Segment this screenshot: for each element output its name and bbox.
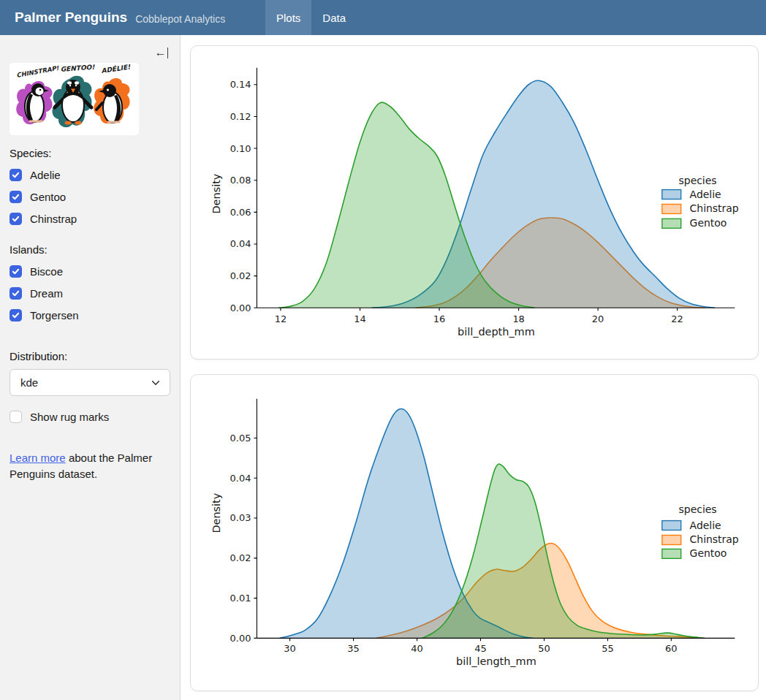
distribution-label: Distribution:: [10, 350, 170, 362]
checkbox-checked-icon: [10, 213, 22, 225]
brand: Palmer Penguins Cobblepot Analytics: [0, 0, 265, 35]
svg-text:0.04: 0.04: [230, 239, 251, 250]
distribution-select[interactable]: kde: [10, 369, 170, 396]
chevron-down-icon: [151, 378, 161, 388]
show-rug-marks-checkbox[interactable]: Show rug marks: [10, 410, 170, 423]
checkbox-label: Torgersen: [30, 309, 79, 322]
legend-swatch-adelie: [662, 190, 681, 199]
legend-label-chinstrap: Chinstrap: [690, 202, 739, 214]
y-axis-label: Density: [211, 492, 222, 533]
checkbox-unchecked-icon: [10, 411, 22, 423]
species-checkbox-group: AdelieGentooChinstrap: [10, 168, 170, 225]
distribution-selected-value: kde: [20, 376, 38, 389]
legend-label-adelie: Adelie: [690, 520, 721, 531]
svg-text:0.06: 0.06: [230, 207, 251, 218]
bill-length-density-chart: 303540455055600.000.010.020.030.040.05bi…: [191, 375, 758, 691]
svg-text:0.14: 0.14: [230, 79, 251, 90]
checkbox-label: Gentoo: [30, 191, 66, 203]
svg-text:0.03: 0.03: [230, 512, 251, 523]
penguins-artwork-image: CHINSTRAP! GENTOO! ADÉLIE!: [10, 63, 139, 135]
checkbox-label: Adelie: [30, 169, 61, 181]
svg-text:40: 40: [411, 643, 422, 654]
legend-title: species: [679, 503, 717, 515]
show-rug-marks-label: Show rug marks: [30, 411, 109, 423]
svg-text:35: 35: [347, 643, 359, 654]
checkbox-checked-icon: [10, 169, 22, 181]
y-axis-label: Density: [211, 173, 222, 213]
svg-text:60: 60: [665, 643, 677, 654]
svg-text:30: 30: [284, 643, 295, 654]
svg-text:50: 50: [538, 643, 550, 654]
tab-plots[interactable]: Plots: [265, 0, 311, 35]
svg-text:45: 45: [474, 643, 486, 654]
checkbox-biscoe[interactable]: Biscoe: [10, 265, 170, 278]
legend-swatch-adelie: [662, 521, 681, 530]
svg-text:55: 55: [602, 643, 613, 654]
penguins-artwork: CHINSTRAP! GENTOO! ADÉLIE!: [10, 63, 170, 135]
svg-text:0.04: 0.04: [230, 473, 251, 484]
checkbox-dream[interactable]: Dream: [10, 286, 170, 300]
svg-text:20: 20: [592, 313, 604, 324]
checkbox-checked-icon: [10, 265, 22, 278]
svg-text:0.08: 0.08: [230, 175, 251, 186]
svg-text:0.00: 0.00: [230, 303, 251, 313]
svg-text:16: 16: [433, 313, 445, 324]
islands-filter-label: Islands:: [10, 243, 170, 256]
main-content: 1214161820220.000.020.040.060.080.100.12…: [181, 35, 766, 700]
svg-text:0.02: 0.02: [230, 270, 251, 281]
navbar: Palmer Penguins Cobblepot Analytics Plot…: [0, 0, 766, 35]
legend-title: species: [679, 175, 717, 186]
nav-tabs: PlotsData: [265, 0, 357, 35]
chart-legend: speciesAdelieChinstrapGentoo: [662, 175, 739, 229]
footer-note: Learn more about the Palmer Penguins dat…: [10, 450, 169, 482]
svg-text:0.02: 0.02: [230, 552, 251, 563]
svg-text:0.00: 0.00: [230, 633, 251, 644]
checkbox-chinstrap[interactable]: Chinstrap: [10, 212, 170, 225]
svg-text:0.10: 0.10: [230, 143, 251, 154]
svg-text:22: 22: [671, 313, 683, 324]
svg-text:0.05: 0.05: [230, 433, 251, 444]
chart-legend: speciesAdelieChinstrapGentoo: [662, 503, 739, 559]
bill-depth-density-chart: 1214161820220.000.020.040.060.080.100.12…: [191, 46, 758, 359]
checkbox-checked-icon: [10, 191, 22, 203]
app-subtitle: Cobblepot Analytics: [135, 11, 225, 25]
checkbox-checked-icon: [10, 287, 22, 300]
species-filter-label: Species:: [10, 147, 170, 159]
learn-more-link[interactable]: Learn more: [10, 452, 66, 464]
legend-swatch-gentoo: [662, 549, 681, 558]
checkbox-adelie[interactable]: Adelie: [10, 168, 170, 181]
sidebar-collapse-button[interactable]: ←: [155, 47, 169, 58]
legend-label-chinstrap: Chinstrap: [690, 533, 739, 545]
legend-swatch-gentoo: [662, 218, 681, 228]
checkbox-label: Dream: [30, 287, 63, 300]
legend-swatch-chinstrap: [662, 535, 681, 544]
svg-text:18: 18: [512, 313, 524, 324]
svg-text:12: 12: [275, 313, 287, 324]
checkbox-gentoo[interactable]: Gentoo: [10, 190, 170, 203]
x-axis-label: bill_depth_mm: [458, 326, 535, 338]
svg-text:0.01: 0.01: [230, 593, 251, 604]
legend-label-adelie: Adelie: [690, 189, 721, 200]
bill-depth-chart-card: 1214161820220.000.020.040.060.080.100.12…: [190, 45, 759, 359]
x-axis-label: bill_length_mm: [456, 655, 536, 667]
legend-label-gentoo: Gentoo: [690, 547, 727, 559]
legend-swatch-chinstrap: [662, 204, 681, 213]
tab-data[interactable]: Data: [311, 0, 357, 35]
app-title: Palmer Penguins: [15, 9, 127, 26]
checkbox-checked-icon: [10, 309, 22, 322]
sidebar: ←: [0, 35, 181, 700]
svg-text:14: 14: [354, 313, 365, 324]
arrow-left-to-bar-icon: ←: [155, 47, 167, 58]
checkbox-label: Chinstrap: [30, 213, 77, 225]
islands-checkbox-group: BiscoeDreamTorgersen: [10, 265, 170, 322]
svg-text:0.12: 0.12: [230, 111, 251, 122]
legend-label-gentoo: Gentoo: [690, 217, 727, 229]
checkbox-torgersen[interactable]: Torgersen: [10, 308, 170, 322]
bill-length-chart-card: 303540455055600.000.010.020.030.040.05bi…: [190, 374, 759, 691]
checkbox-label: Biscoe: [30, 265, 63, 278]
